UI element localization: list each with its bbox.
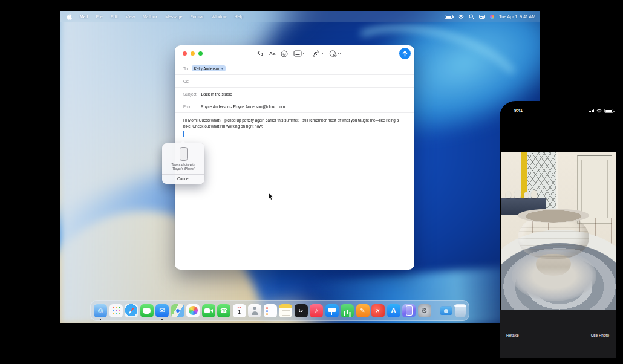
continuity-camera-popover: Take a photo with “Royce’s iPhone” Cance… [162, 143, 204, 184]
menu-message[interactable]: Message [165, 15, 182, 19]
menu-mail[interactable]: Mail [80, 15, 88, 19]
popover-line1: Take a photo with [164, 163, 203, 167]
iphone-screen: 9:41 Retake Us [500, 101, 623, 364]
menu-edit[interactable]: Edit [111, 15, 118, 19]
cellular-icon [589, 109, 594, 113]
menu-window[interactable]: Window [212, 15, 227, 19]
pot-rim [518, 209, 589, 223]
dock-rocket-icon[interactable]: ✈ [371, 304, 385, 317]
camera-photo-preview [501, 152, 616, 310]
attach-icon[interactable] [312, 50, 324, 57]
menu-bar: MailFileEditViewMailboxMessageFormatWind… [60, 11, 540, 22]
dock-finder-icon[interactable]: ☺ [94, 304, 107, 317]
shelf-pottery [506, 191, 511, 198]
dock-pages-icon[interactable]: ✎ [356, 304, 370, 317]
from-value: Royce Anderson - Royce.Anderson@icloud.c… [201, 105, 285, 109]
dock-phone-icon[interactable]: ☎ [217, 304, 230, 317]
close-button[interactable] [183, 51, 187, 56]
dock-downloads-icon[interactable] [440, 304, 453, 317]
format-icon[interactable]: Aa [269, 51, 275, 56]
mail-compose-window: Aa [175, 45, 414, 270]
chevron-down-icon [320, 53, 324, 55]
dock-reminders-icon[interactable] [264, 304, 277, 317]
dock-numbers-icon[interactable] [341, 304, 354, 317]
dock-settings-icon[interactable]: ⚙ [418, 304, 431, 317]
subject-value: Back in the studio [201, 92, 232, 96]
send-arrow-icon [402, 51, 408, 57]
menu-help[interactable]: Help [235, 15, 243, 19]
mac-screen: MailFileEditViewMailboxMessageFormatWind… [60, 11, 540, 323]
dock-facetime-icon[interactable] [202, 304, 215, 317]
photo-review-bar: Retake Use Photo [500, 310, 616, 358]
chevron-down-icon [338, 53, 341, 55]
dock-messages-icon[interactable] [140, 304, 154, 317]
cancel-button[interactable]: Cancel [162, 175, 204, 184]
apple-menu-icon[interactable] [67, 13, 72, 20]
insert-menu-icon[interactable] [329, 50, 341, 57]
use-photo-button[interactable]: Use Photo [591, 333, 609, 337]
emoji-icon[interactable] [281, 50, 288, 57]
subject-label: Subject: [183, 92, 198, 96]
siri-icon[interactable] [490, 15, 494, 19]
iphone-status-icons [589, 109, 613, 113]
iphone-icon [180, 147, 188, 161]
send-button[interactable] [399, 48, 411, 59]
undo-icon[interactable] [256, 50, 264, 57]
dock-trash-icon[interactable] [455, 304, 466, 317]
menu-bar-menus: MailFileEditViewMailboxMessageFormatWind… [67, 13, 243, 20]
menu-bar-clock[interactable]: Tue Apr 1 9:41 AM [499, 15, 535, 19]
dock-mail-icon[interactable]: ✉ [155, 304, 169, 317]
status-date: Tue Apr 1 [499, 15, 517, 19]
dock-maps-icon[interactable] [171, 304, 184, 317]
dock-launchpad-icon[interactable] [109, 304, 123, 317]
text-caret [183, 131, 184, 137]
to-field[interactable]: To: Kelly Anderson ▾ [175, 62, 414, 74]
dock-photos-icon[interactable] [186, 304, 200, 317]
shelf-pottery [524, 192, 529, 198]
message-body-text: Hi Mom! Guess what? I picked up pottery … [183, 117, 406, 129]
popover-line2: “Royce’s iPhone” [164, 167, 203, 171]
to-label: To: [183, 67, 189, 71]
cc-label: Cc: [183, 79, 189, 83]
compose-toolbar: Aa [175, 45, 414, 62]
subject-field[interactable]: Subject: Back in the studio [175, 87, 414, 100]
battery-icon [604, 109, 613, 113]
from-label: From: [183, 105, 194, 109]
menu-format[interactable]: Format [191, 15, 204, 19]
zoom-button[interactable] [198, 51, 203, 56]
photo-browser-icon[interactable] [293, 50, 306, 57]
message-body-editor[interactable]: Hi Mom! Guess what? I picked up pottery … [175, 112, 414, 134]
dock-tv-icon[interactable]: tv [295, 304, 308, 317]
wifi-icon[interactable] [458, 15, 464, 19]
cc-field[interactable]: Cc: [175, 74, 414, 87]
dock-calendar-icon[interactable]: Tue1 [233, 304, 246, 317]
menu-file[interactable]: File [96, 15, 103, 19]
wifi-icon [596, 109, 602, 113]
dock-separator [435, 303, 435, 318]
iphone-status-time: 9:41 [514, 108, 523, 112]
desktop-composite: MailFileEditViewMailboxMessageFormatWind… [0, 0, 623, 364]
shelf-pottery [514, 190, 521, 198]
search-icon[interactable] [469, 14, 474, 19]
control-center-icon[interactable] [479, 15, 485, 19]
menu-mailbox[interactable]: Mailbox [143, 15, 157, 19]
retake-button[interactable]: Retake [506, 333, 519, 337]
dock-contacts-icon[interactable] [248, 304, 261, 317]
battery-icon[interactable] [445, 15, 453, 19]
dock-keynote-icon[interactable] [325, 304, 339, 317]
dock-iphone-mirroring-icon[interactable] [402, 304, 416, 317]
minimize-button[interactable] [191, 51, 195, 56]
mouse-cursor [268, 192, 274, 201]
dock-notes-icon[interactable] [279, 304, 292, 317]
dock: ☺✉☎Tue1tv♪✎✈A⚙ [90, 300, 469, 321]
dock-safari-icon[interactable] [125, 304, 138, 317]
dock-appstore-icon[interactable]: A [387, 304, 400, 317]
from-field[interactable]: From: Royce Anderson - Royce.Anderson@ic… [175, 100, 414, 112]
menu-view[interactable]: View [126, 15, 135, 19]
token-chevron-icon: ▾ [221, 67, 223, 70]
recipient-token[interactable]: Kelly Anderson ▾ [192, 65, 226, 71]
dock-music-icon[interactable]: ♪ [310, 304, 323, 317]
status-time: 9:41 AM [520, 15, 535, 19]
chevron-down-icon [302, 53, 306, 55]
menu-bar-status: Tue Apr 1 9:41 AM [445, 11, 535, 22]
